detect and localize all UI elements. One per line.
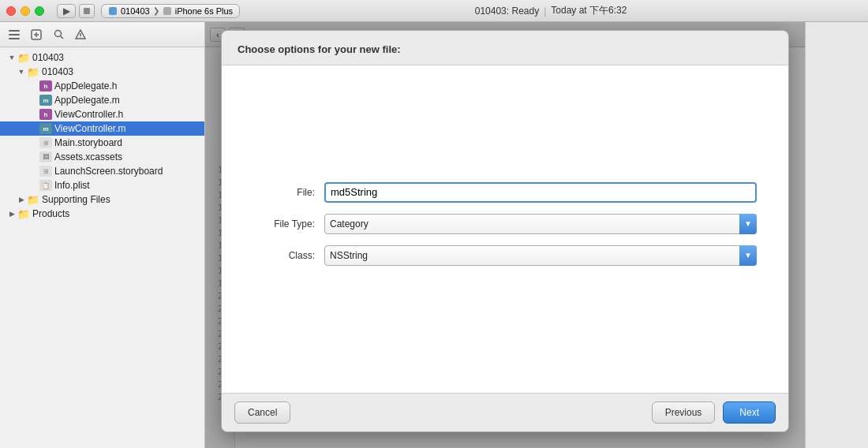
minimize-button[interactable] bbox=[21, 6, 30, 16]
svg-rect-2 bbox=[163, 7, 171, 15]
status-text: 010403: Ready bbox=[475, 6, 539, 17]
run-button[interactable]: ▶ bbox=[57, 4, 76, 18]
infoplist-label: Info.plist bbox=[54, 180, 90, 191]
titlebar: ▶ 010403 ❯ iPhone 6s Plus 010403: Ready … bbox=[0, 0, 868, 22]
filetype-form-row: File Type: Category Extension Protocol ▼ bbox=[253, 214, 757, 234]
filetype-select-wrapper: Category Extension Protocol ▼ bbox=[324, 214, 757, 234]
class-label: Class: bbox=[253, 250, 324, 261]
disclosure-icon-sf: ▶ bbox=[16, 196, 27, 203]
disclosure-icon: ▼ bbox=[6, 54, 17, 62]
modal-overlay: Choose options for your new file: File: … bbox=[205, 22, 805, 448]
modal-dialog: Choose options for your new file: File: … bbox=[221, 30, 789, 432]
class-select[interactable]: NSString NSObject UIViewController bbox=[324, 245, 757, 266]
disclosure-icon-products: ▶ bbox=[6, 210, 17, 218]
footer-left: Cancel bbox=[234, 401, 290, 424]
sidebar-item-launchscreen[interactable]: ⊞ LaunchScreen.storyboard bbox=[0, 164, 204, 178]
sidebar-item-supporting-files[interactable]: ▶ 📁 Supporting Files bbox=[0, 192, 204, 207]
products-label: Products bbox=[32, 208, 69, 219]
maximize-button[interactable] bbox=[35, 6, 44, 16]
assets-icon: 🖼 bbox=[39, 151, 52, 162]
sidebar-item-infoplist[interactable]: 📋 Info.plist bbox=[0, 178, 204, 192]
main-storyboard-label: Main.storyboard bbox=[54, 137, 122, 148]
svg-rect-4 bbox=[9, 34, 20, 35]
previous-button[interactable]: Previous bbox=[652, 401, 716, 424]
modal-header: Choose options for your new file: bbox=[222, 31, 788, 65]
sidebar-item-root-project[interactable]: ▼ 📁 010403 bbox=[0, 50, 204, 65]
root-project-label: 010403 bbox=[32, 52, 64, 63]
svg-rect-3 bbox=[9, 30, 20, 32]
sidebar-item-main-storyboard[interactable]: ⊞ Main.storyboard bbox=[0, 136, 204, 150]
svg-point-13 bbox=[80, 37, 81, 38]
sidebar-item-viewcontroller-m[interactable]: m ViewController.m bbox=[0, 121, 204, 136]
folder-icon: 📁 bbox=[17, 52, 30, 63]
modal-body: File: File Type: Category Extension Prot… bbox=[222, 65, 788, 394]
appdelegate-m-label: AppDelegate.m bbox=[54, 95, 120, 106]
disclosure-icon: ▼ bbox=[16, 68, 27, 76]
cancel-button[interactable]: Cancel bbox=[234, 401, 290, 424]
file-form-row: File: bbox=[253, 182, 757, 203]
modal-title: Choose options for your new file: bbox=[238, 43, 773, 55]
close-button[interactable] bbox=[6, 6, 16, 16]
sidebar-item-appdelegate-h[interactable]: h AppDelegate.h bbox=[0, 79, 204, 93]
filetype-select[interactable]: Category Extension Protocol bbox=[324, 214, 757, 234]
svg-point-9 bbox=[54, 31, 61, 37]
sub-project-label: 010403 bbox=[42, 66, 73, 77]
plist-icon: 📋 bbox=[39, 180, 52, 191]
main-area: ▼ 📁 010403 ▼ 📁 010403 h AppDelegate.h m … bbox=[0, 22, 868, 448]
sidebar-item-viewcontroller-h[interactable]: h ViewController.h bbox=[0, 107, 204, 121]
m-file-icon: m bbox=[39, 95, 52, 106]
sidebar-item-products[interactable]: ▶ 📁 Products bbox=[0, 207, 204, 221]
sidebar-item-appdelegate-m[interactable]: m AppDelegate.m bbox=[0, 93, 204, 107]
sidebar-item-sub-project[interactable]: ▼ 📁 010403 bbox=[0, 65, 204, 79]
file-tree: ▼ 📁 010403 ▼ 📁 010403 h AppDelegate.h m … bbox=[0, 47, 204, 448]
h-file-icon: h bbox=[39, 80, 52, 91]
scheme-selector[interactable]: 010403 ❯ iPhone 6s Plus bbox=[101, 4, 240, 18]
file-label: File: bbox=[253, 187, 324, 198]
svg-line-10 bbox=[60, 36, 63, 39]
search-button[interactable] bbox=[49, 26, 68, 43]
sidebar-toolbar bbox=[0, 22, 204, 47]
subfolder-icon: 📁 bbox=[27, 66, 39, 77]
group-folder-icon: 📁 bbox=[27, 194, 39, 205]
viewcontroller-h-label: ViewController.h bbox=[54, 109, 123, 120]
storyboard-icon: ⊞ bbox=[39, 137, 52, 148]
class-select-wrapper: NSString NSObject UIViewController ▼ bbox=[324, 245, 757, 266]
warning-button[interactable] bbox=[71, 26, 90, 43]
class-form-row: Class: NSString NSObject UIViewControlle… bbox=[253, 245, 757, 266]
launchscreen-icon: ⊞ bbox=[39, 166, 52, 177]
scheme-label: 010403 bbox=[121, 6, 150, 16]
viewcontroller-m-label: ViewController.m bbox=[54, 123, 125, 134]
sidebar-item-assets[interactable]: 🖼 Assets.xcassets bbox=[0, 150, 204, 164]
h-file-icon2: h bbox=[39, 109, 52, 120]
sidebar-toggle-button[interactable] bbox=[5, 26, 24, 43]
launchscreen-label: LaunchScreen.storyboard bbox=[54, 166, 163, 177]
products-folder-icon: 📁 bbox=[17, 208, 30, 219]
appdelegate-h-label: AppDelegate.h bbox=[54, 80, 117, 91]
svg-rect-0 bbox=[84, 8, 90, 14]
assets-label: Assets.xcassets bbox=[54, 151, 122, 162]
editor-area: ‹ › 1 2 3 4 5 6 7 8 9 10 11 12 13 14 15 … bbox=[205, 22, 805, 448]
device-label: iPhone 6s Plus bbox=[175, 6, 233, 16]
add-file-button[interactable] bbox=[27, 26, 46, 43]
traffic-lights bbox=[6, 6, 44, 16]
m-file-icon2: m bbox=[39, 123, 52, 134]
file-input[interactable] bbox=[324, 182, 757, 203]
svg-rect-5 bbox=[9, 38, 20, 39]
svg-rect-1 bbox=[109, 7, 117, 15]
right-panel bbox=[805, 22, 868, 448]
supporting-files-label: Supporting Files bbox=[42, 194, 110, 205]
status-display: 010403: Ready | Today at 下午6:32 bbox=[240, 4, 862, 17]
next-button[interactable]: Next bbox=[723, 401, 776, 424]
sidebar: ▼ 📁 010403 ▼ 📁 010403 h AppDelegate.h m … bbox=[0, 22, 205, 448]
time-text: Today at 下午6:32 bbox=[551, 4, 627, 17]
modal-footer: Cancel Previous Next bbox=[222, 394, 788, 431]
form-area: File: File Type: Category Extension Prot… bbox=[222, 182, 788, 277]
filetype-label: File Type: bbox=[253, 218, 324, 230]
stop-button[interactable] bbox=[79, 4, 95, 18]
footer-right: Previous Next bbox=[652, 401, 776, 424]
